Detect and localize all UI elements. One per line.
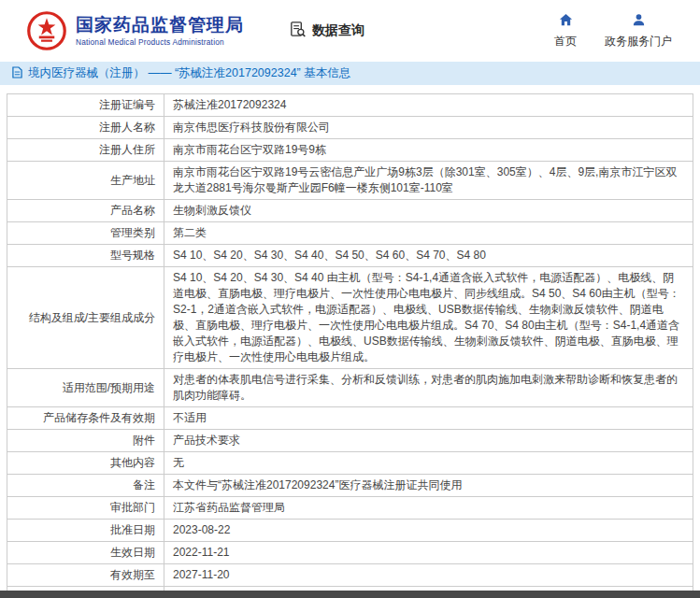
row-value: 对患者的体表肌电信号进行采集、分析和反馈训练，对患者的肌肉施加电刺激来帮助诊断和… <box>164 369 693 407</box>
table-row: 产品名称 生物刺激反馈仪 <box>7 200 693 222</box>
row-label: 型号规格 <box>7 245 164 267</box>
row-value: 产品技术要求 <box>164 430 693 452</box>
table-row: 适用范围/预期用途 对患者的体表肌电信号进行采集、分析和反馈训练，对患者的肌肉施… <box>7 369 693 407</box>
row-value: 不适用 <box>164 407 693 430</box>
agency-subtitle: National Medical Products Administration <box>76 37 244 47</box>
nav-portal[interactable]: 政务服务门户 <box>605 13 672 50</box>
table-row: 有效期至 2027-11-20 <box>7 564 693 587</box>
row-value: 第二类 <box>164 222 693 245</box>
table-row: 备注 本文件与“苏械注准20172092324”医疗器械注册证共同使用 <box>7 475 693 497</box>
table-row: 注册人名称 南京伟思医疗科技股份有限公司 <box>7 117 693 139</box>
nav-home[interactable]: 首页 <box>554 13 577 50</box>
row-value: 2022-11-21 <box>164 542 693 564</box>
row-label: 适用范围/预期用途 <box>7 369 164 407</box>
footer-strip <box>0 591 700 598</box>
data-query-button[interactable]: 数据查询 <box>289 21 364 42</box>
nav-home-label: 首页 <box>554 34 577 50</box>
data-query-label: 数据查询 <box>312 22 364 39</box>
row-value: 苏械注准20172092324 <box>164 94 693 117</box>
table-row: 其他内容 无 <box>7 452 693 475</box>
row-value: 2023-08-22 <box>164 520 693 542</box>
row-label: 管理类别 <box>7 222 164 245</box>
agency-title-block: 国家药品监督管理局 National Medical Products Admi… <box>76 15 244 47</box>
table-row: 生产地址 南京市雨花台区宁双路19号云密信息产业广场9栋3层（除301室、305… <box>7 162 693 200</box>
table-row: 型号规格 S4 10、S4 20、S4 30、S4 40、S4 50、S4 60… <box>7 245 693 267</box>
table-row: 管理类别 第二类 <box>7 222 693 245</box>
header: 国家药品监督管理局 National Medical Products Admi… <box>0 0 700 60</box>
row-value: 生物刺激反馈仪 <box>164 200 693 222</box>
top-nav: 首页 政务服务门户 <box>554 13 672 50</box>
row-label: 其他内容 <box>7 452 164 475</box>
row-value: 南京市雨花台区宁双路19号云密信息产业广场9栋3层（除301室、305室）、4层… <box>164 162 693 200</box>
nav-portal-label: 政务服务门户 <box>605 34 672 50</box>
agency-title: 国家药品监督管理局 <box>76 15 244 36</box>
row-label: 批准日期 <box>7 520 164 542</box>
table-row: 注册人住所 南京市雨花台区宁双路19号9栋 <box>7 139 693 162</box>
row-value: 南京伟思医疗科技股份有限公司 <box>164 117 693 139</box>
breadcrumb: 境内医疗器械（注册） —— “苏械注准20172092324” 基本信息 <box>0 62 700 85</box>
row-label: 产品名称 <box>7 200 164 222</box>
row-value: 2027-11-20 <box>164 564 693 587</box>
row-value: 南京市雨花台区宁双路19号9栋 <box>164 139 693 162</box>
row-value: 江苏省药品监督管理局 <box>164 497 693 520</box>
document-icon <box>12 65 22 82</box>
row-label: 审批部门 <box>7 497 164 520</box>
breadcrumb-text: 境内医疗器械（注册） —— “苏械注准20172092324” 基本信息 <box>28 65 350 81</box>
row-value: 无 <box>164 452 693 475</box>
page: 国家药品监督管理局 National Medical Products Admi… <box>0 0 700 598</box>
row-value: 本文件与“苏械注准20172092324”医疗器械注册证共同使用 <box>164 475 693 497</box>
row-label: 附件 <box>7 430 164 452</box>
row-label: 注册人名称 <box>7 117 164 139</box>
table-row: 附件 产品技术要求 <box>7 430 693 452</box>
user-icon <box>632 13 646 31</box>
row-label: 生产地址 <box>7 162 164 200</box>
row-label: 备注 <box>7 475 164 497</box>
data-query-icon <box>289 21 307 42</box>
table-row: 批准日期 2023-08-22 <box>7 520 693 542</box>
row-value: S4 10、S4 20、S4 30、S4 40 由主机（型号：S4-1,4通道含… <box>164 267 693 369</box>
table-row: 结构及组成/主要组成成分 S4 10、S4 20、S4 30、S4 40 由主机… <box>7 267 693 369</box>
table-row: 生效日期 2022-11-21 <box>7 542 693 564</box>
row-label: 有效期至 <box>7 564 164 587</box>
row-value: S4 10、S4 20、S4 30、S4 40、S4 50、S4 60、S4 7… <box>164 245 693 267</box>
table-row: 审批部门 江苏省药品监督管理局 <box>7 497 693 520</box>
home-icon <box>559 13 573 31</box>
row-label: 产品储存条件及有效期 <box>7 407 164 430</box>
table-row: 注册证编号 苏械注准20172092324 <box>7 94 693 117</box>
table-row: 产品储存条件及有效期 不适用 <box>7 407 693 430</box>
row-label: 结构及组成/主要组成成分 <box>7 267 164 369</box>
row-label: 生效日期 <box>7 542 164 564</box>
national-emblem-icon <box>26 10 67 51</box>
row-label: 注册证编号 <box>7 94 164 117</box>
info-table: 注册证编号 苏械注准20172092324 注册人名称 南京伟思医疗科技股份有限… <box>7 93 693 598</box>
row-label: 注册人住所 <box>7 139 164 162</box>
